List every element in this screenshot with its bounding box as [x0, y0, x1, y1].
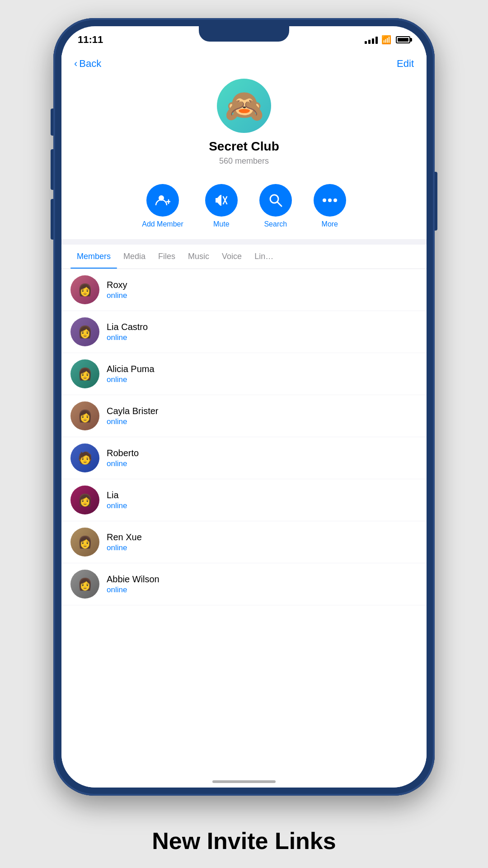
volume-down-button [51, 199, 53, 240]
member-status: online [107, 501, 418, 510]
member-info: Roberto online [107, 448, 418, 468]
group-header: 🙈 Secret Club 560 members [61, 74, 427, 177]
nav-bar: ‹ Back Edit [61, 53, 427, 74]
member-info: Alicia Puma online [107, 364, 418, 384]
search-label: Search [264, 220, 287, 228]
phone-screen: 11:11 📶 [61, 26, 427, 788]
member-name: Alicia Puma [107, 364, 418, 374]
svg-line-6 [277, 202, 282, 206]
avatar: 👩 [70, 401, 99, 430]
list-item[interactable]: 👩 Abbie Wilson online [61, 563, 427, 605]
list-item[interactable]: 👩 Alicia Puma online [61, 353, 427, 395]
member-status: online [107, 417, 418, 426]
back-chevron-icon: ‹ [74, 58, 77, 70]
add-member-label: Add Member [142, 220, 183, 228]
add-member-icon [155, 193, 170, 208]
list-item[interactable]: 👩 Roxy online [61, 269, 427, 311]
member-info: Roxy online [107, 280, 418, 300]
more-icon [323, 198, 337, 203]
member-info: Cayla Brister online [107, 406, 418, 426]
list-item[interactable]: 🧑 Roberto online [61, 437, 427, 479]
member-name: Abbie Wilson [107, 574, 418, 585]
member-status: online [107, 585, 418, 594]
more-button[interactable]: More [314, 184, 346, 228]
tab-media[interactable]: Media [117, 245, 152, 269]
list-item[interactable]: 👩 Ren Xue online [61, 521, 427, 563]
members-list: 👩 Roxy online 👩 Lia Castro [61, 269, 427, 605]
group-avatar: 🙈 [217, 79, 271, 133]
add-member-button[interactable]: Add Member [142, 184, 183, 228]
tab-members[interactable]: Members [70, 245, 117, 269]
mute-icon [214, 193, 229, 208]
search-circle [259, 184, 292, 217]
wifi-icon: 📶 [381, 35, 391, 45]
svg-point-8 [328, 198, 332, 202]
list-item[interactable]: 👩 Lia online [61, 479, 427, 521]
avatar: 👩 [70, 359, 99, 388]
tab-music[interactable]: Music [182, 245, 216, 269]
home-indicator [212, 780, 276, 783]
member-name: Ren Xue [107, 532, 418, 542]
add-member-circle [146, 184, 179, 217]
tab-links[interactable]: Lin… [248, 245, 280, 269]
search-icon [268, 193, 283, 208]
section-divider [61, 239, 427, 245]
page-wrapper: 11:11 📶 [0, 0, 488, 868]
signal-icon [365, 36, 378, 44]
mute-button[interactable]: Mute [205, 184, 238, 228]
group-members-count: 560 members [219, 156, 269, 166]
more-circle [314, 184, 346, 217]
tab-files[interactable]: Files [152, 245, 182, 269]
group-avatar-emoji: 🙈 [225, 87, 264, 124]
bottom-title: New Invite Links [0, 827, 488, 854]
svg-point-7 [323, 198, 326, 202]
group-name: Secret Club [209, 139, 279, 154]
battery-icon [396, 36, 410, 43]
member-name: Cayla Brister [107, 406, 418, 416]
member-name: Lia [107, 490, 418, 500]
more-label: More [322, 220, 338, 228]
svg-point-9 [333, 198, 337, 202]
volume-mute-button [51, 108, 53, 136]
power-button [435, 172, 437, 231]
avatar: 👩 [70, 570, 99, 599]
status-time: 11:11 [78, 34, 103, 46]
volume-up-button [51, 149, 53, 190]
avatar: 👩 [70, 486, 99, 514]
member-info: Abbie Wilson online [107, 574, 418, 594]
mute-circle [205, 184, 238, 217]
list-item[interactable]: 👩 Cayla Brister online [61, 395, 427, 437]
avatar: 👩 [70, 317, 99, 346]
avatar: 👩 [70, 275, 99, 304]
back-label: Back [79, 58, 101, 70]
notch [199, 26, 289, 42]
content-area: ‹ Back Edit 🙈 Secret Club 560 members [61, 53, 427, 788]
tab-voice[interactable]: Voice [216, 245, 248, 269]
list-item[interactable]: 👩 Lia Castro online [61, 311, 427, 353]
member-name: Roberto [107, 448, 418, 458]
member-status: online [107, 375, 418, 384]
edit-button[interactable]: Edit [397, 58, 414, 70]
phone-frame: 11:11 📶 [53, 18, 435, 796]
member-name: Roxy [107, 280, 418, 290]
status-icons: 📶 [365, 35, 410, 45]
tabs-bar: Members Media Files Music Voice Lin… [61, 245, 427, 269]
mute-label: Mute [213, 220, 230, 228]
search-button[interactable]: Search [259, 184, 292, 228]
action-buttons: Add Member Mute [61, 177, 427, 239]
member-status: online [107, 291, 418, 300]
member-status: online [107, 543, 418, 552]
member-status: online [107, 459, 418, 468]
member-info: Lia Castro online [107, 322, 418, 342]
avatar: 👩 [70, 528, 99, 557]
member-info: Lia online [107, 490, 418, 510]
avatar: 🧑 [70, 443, 99, 472]
member-status: online [107, 333, 418, 342]
back-button[interactable]: ‹ Back [74, 58, 101, 70]
member-name: Lia Castro [107, 322, 418, 332]
member-info: Ren Xue online [107, 532, 418, 552]
